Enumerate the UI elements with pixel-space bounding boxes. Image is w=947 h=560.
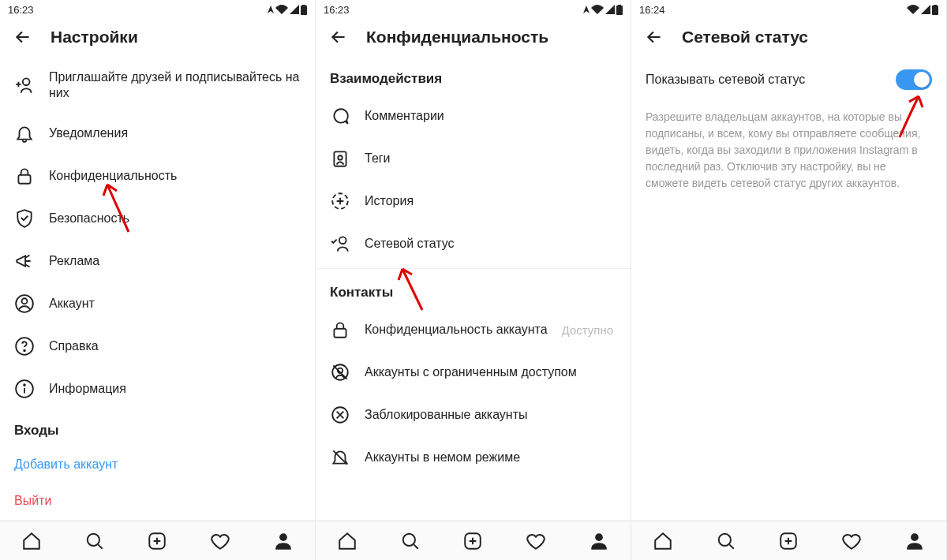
row-security[interactable]: Безопасность <box>0 197 315 240</box>
svg-point-12 <box>279 533 287 541</box>
bottom-nav <box>0 521 315 560</box>
nav-search[interactable] <box>399 530 421 552</box>
row-invite-friends[interactable]: Приглашайте друзей и подписывайтесь на н… <box>0 58 315 112</box>
bottom-nav <box>316 521 631 560</box>
nav-home[interactable] <box>21 530 43 552</box>
row-ads[interactable]: Реклама <box>0 240 315 282</box>
nav-search[interactable] <box>84 530 106 552</box>
clock: 16:23 <box>8 4 34 16</box>
divider <box>316 268 631 269</box>
back-icon[interactable] <box>644 27 664 47</box>
screen-settings: 16:23 Настройки Приглашайте друзей и под… <box>0 0 316 560</box>
back-icon[interactable] <box>328 27 349 47</box>
svg-point-10 <box>87 533 99 545</box>
row-label: Конфиденциальность <box>49 168 301 184</box>
row-label: Справка <box>49 338 301 354</box>
header: Сетевой статус <box>631 19 946 58</box>
status-icons <box>268 5 307 15</box>
row-label: Уведомления <box>49 125 301 141</box>
status-bar: 16:23 <box>316 0 631 19</box>
svg-rect-13 <box>616 6 623 15</box>
row-show-activity-toggle[interactable]: Показывать сетевой статус <box>631 58 946 101</box>
row-label: Информация <box>49 381 301 397</box>
status-bar: 16:23 <box>0 0 315 19</box>
row-sublabel: Доступно <box>562 323 613 337</box>
lock-icon <box>330 319 350 340</box>
row-label: Теги <box>365 151 616 166</box>
svg-rect-27 <box>934 5 937 6</box>
page-title: Сетевой статус <box>682 28 808 47</box>
svg-rect-26 <box>932 6 938 15</box>
nav-profile[interactable] <box>272 530 294 552</box>
section-contacts: Контакты <box>316 272 631 308</box>
nav-home[interactable] <box>652 530 674 552</box>
row-tags[interactable]: Теги <box>316 137 631 180</box>
add-account-link[interactable]: Добавить аккаунт <box>0 446 315 483</box>
nav-profile[interactable] <box>904 530 926 552</box>
nav-add[interactable] <box>462 530 484 552</box>
svg-point-9 <box>24 384 25 386</box>
tag-icon <box>330 148 350 169</box>
row-label: Безопасность <box>49 211 301 226</box>
nav-profile[interactable] <box>588 530 610 552</box>
nav-activity[interactable] <box>525 530 547 552</box>
row-notifications[interactable]: Уведомления <box>0 112 315 155</box>
row-label: Сетевой статус <box>365 236 616 252</box>
row-story[interactable]: История <box>316 180 631 222</box>
screen-privacy: 16:23 Конфиденциальность Взаимодействия … <box>316 0 631 560</box>
page-title: Конфиденциальность <box>366 28 548 47</box>
row-label: Комментарии <box>365 108 616 124</box>
status-bar: 16:24 <box>631 0 946 19</box>
svg-point-5 <box>22 298 28 304</box>
row-activity-status[interactable]: Сетевой статус <box>316 222 631 265</box>
privacy-list: Взаимодействия Комментарии Теги История … <box>316 58 631 521</box>
nav-add[interactable] <box>146 530 168 552</box>
row-label: Заблокированные аккаунты <box>365 407 616 423</box>
row-label: Конфиденциальность аккаунта <box>365 322 548 338</box>
restrict-icon <box>330 362 350 383</box>
row-info[interactable]: Информация <box>0 368 315 410</box>
row-comments[interactable]: Комментарии <box>316 95 631 137</box>
mute-icon <box>330 447 350 468</box>
section-logins: Входы <box>0 410 315 446</box>
nav-activity[interactable] <box>840 530 863 552</box>
row-account[interactable]: Аккаунт <box>0 282 315 325</box>
row-blocked[interactable]: Заблокированные аккаунты <box>316 394 631 436</box>
svg-point-18 <box>339 237 346 244</box>
row-help[interactable]: Справка <box>0 325 315 368</box>
page-title: Настройки <box>51 28 138 47</box>
row-label: Приглашайте друзей и подписывайтесь на н… <box>49 69 301 101</box>
clock: 16:24 <box>639 4 665 16</box>
row-label: Аккаунты с ограниченным доступом <box>365 364 616 380</box>
comment-icon <box>330 106 350 126</box>
row-account-privacy[interactable]: Конфиденциальность аккаунта Доступно <box>316 308 631 351</box>
nav-activity[interactable] <box>209 530 231 552</box>
svg-rect-14 <box>618 5 621 6</box>
section-interactions: Взаимодействия <box>316 58 631 95</box>
svg-point-25 <box>595 533 603 541</box>
svg-point-16 <box>338 155 342 159</box>
row-label: Аккаунты в немом режиме <box>365 450 616 465</box>
user-circle-icon <box>14 293 35 314</box>
nav-search[interactable] <box>715 530 737 552</box>
row-label: Аккаунт <box>49 296 301 312</box>
nav-add[interactable] <box>777 530 799 552</box>
toggle-switch[interactable] <box>896 69 932 90</box>
row-restricted[interactable]: Аккаунты с ограниченным доступом <box>316 351 631 394</box>
nav-home[interactable] <box>336 530 358 552</box>
back-icon[interactable] <box>13 27 33 47</box>
logout-link[interactable]: Выйти <box>0 483 315 508</box>
svg-rect-19 <box>334 329 346 338</box>
row-privacy[interactable]: Конфиденциальность <box>0 155 315 197</box>
lock-icon <box>14 166 35 186</box>
row-muted[interactable]: Аккаунты в немом режиме <box>316 436 631 479</box>
shield-icon <box>14 208 35 229</box>
status-icons <box>583 5 623 15</box>
add-user-icon <box>14 75 35 95</box>
row-label: История <box>365 193 616 209</box>
svg-point-2 <box>23 78 30 85</box>
header: Конфиденциальность <box>316 19 631 58</box>
help-icon <box>14 336 35 357</box>
bottom-nav <box>631 521 946 560</box>
svg-point-7 <box>24 350 25 352</box>
